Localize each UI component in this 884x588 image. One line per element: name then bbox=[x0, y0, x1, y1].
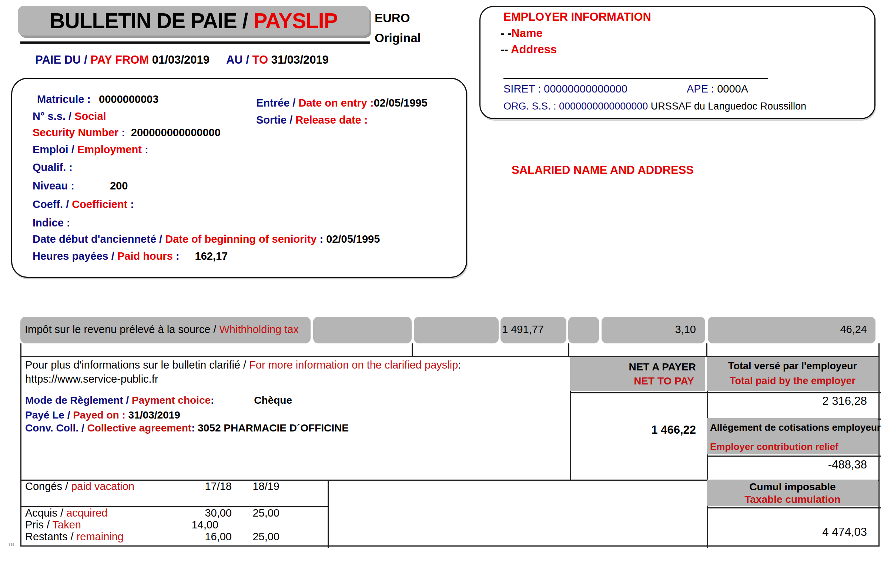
relief-label-en: Employer contribution relief bbox=[710, 442, 839, 452]
matricule-row: Matricule : 0000000003 bbox=[37, 94, 158, 105]
employer-total-label-fr: Total versé par l'employeur bbox=[707, 361, 878, 371]
release-date-row: Sortie / Release date : bbox=[256, 115, 368, 126]
vacation-row-remaining: Restants / remaining bbox=[25, 531, 124, 542]
taxable-cell-underline bbox=[707, 507, 881, 508]
ssn-value: 200000000000000 bbox=[131, 126, 221, 138]
currency-label: EURO bbox=[375, 12, 410, 24]
employer-address-row: -- Address bbox=[500, 44, 557, 55]
acquired-value-2: 25,00 bbox=[233, 508, 279, 518]
employer-total-value: 2 316,28 bbox=[707, 395, 867, 406]
net-to-pay-label: NET TO PAY bbox=[570, 376, 694, 386]
seniority-value: 02/05/1995 bbox=[326, 233, 380, 245]
employer-divider bbox=[503, 78, 768, 79]
employer-heading: EMPLOYER INFORMATION bbox=[503, 11, 651, 22]
entry-date-row: Entrée / Date on entry :02/05/1995 bbox=[256, 98, 428, 108]
tax-rate-value: 3,10 bbox=[602, 324, 696, 335]
copy-type-label: Original bbox=[375, 32, 421, 44]
orgss-organization: URSSAF du Languedoc Roussillon bbox=[651, 100, 806, 112]
paid-on-row: Payé Le / Payed on : 31/03/2019 bbox=[25, 410, 180, 420]
niveau-value: 200 bbox=[110, 180, 128, 192]
employer-total-label-en: Total paid by the employer bbox=[707, 376, 878, 386]
siret-value: 00000000000000 bbox=[544, 83, 627, 95]
matricule-label: Matricule : bbox=[37, 93, 91, 105]
title-fr: BULLETIN DE PAIE / bbox=[50, 9, 253, 33]
relief-value: -488,38 bbox=[707, 459, 867, 470]
payment-choice-value: Chèque bbox=[254, 394, 292, 406]
vacation-row-taken: Pris / Taken bbox=[25, 519, 81, 530]
collective-agreement-value: 3052 PHARMACIE D´OFFICINE bbox=[198, 422, 349, 434]
tax-base-value: 1 491,77 bbox=[502, 324, 544, 335]
net-a-payer-label: NET A PAYER bbox=[570, 362, 696, 372]
pay-period-line: PAIE DU / PAY FROM 01/03/2019AU / TO 31/… bbox=[35, 54, 329, 66]
taken-value-1: 14,00 bbox=[174, 519, 218, 530]
payment-choice-row: Mode de Règlement / Payment choice:Chèqu… bbox=[25, 395, 292, 406]
ape-value: 0000A bbox=[717, 83, 748, 95]
tax-empty-cell-3 bbox=[568, 317, 599, 344]
strip-line-3 bbox=[706, 344, 707, 356]
payslip-document: BULLETIN DE PAIE / PAYSLIP EURO Original… bbox=[0, 0, 884, 588]
page-title: BULLETIN DE PAIE / PAYSLIP bbox=[50, 9, 337, 33]
paid-on-value: 31/03/2019 bbox=[128, 409, 180, 421]
title-en: PAYSLIP bbox=[253, 9, 337, 33]
paid-hours-value: 162,17 bbox=[195, 250, 228, 262]
clarified-info-line: Pour plus d'informations sur le bulletin… bbox=[25, 360, 461, 370]
taxable-label-en: Taxable cumulation bbox=[707, 494, 878, 505]
ssn-row-line1: N° s.s. / Social bbox=[33, 111, 106, 122]
tax-amount-value: 46,24 bbox=[708, 324, 867, 335]
service-public-link[interactable]: https://www.service-public.fr bbox=[25, 374, 158, 384]
matricule-value: 0000000003 bbox=[99, 93, 158, 105]
collective-agreement-row: Conv. Coll. / Collective agreement: 3052… bbox=[25, 423, 349, 434]
au-label: AU bbox=[226, 53, 243, 66]
employer-name-row: - -Name bbox=[500, 27, 543, 39]
strip-border-right bbox=[878, 344, 879, 356]
coefficient-row: Coeff. / Coefficient : bbox=[33, 199, 134, 210]
acquired-value-1: 30,00 bbox=[185, 508, 232, 518]
vacation-col1-header: 17/18 bbox=[185, 481, 232, 492]
payslip-title-banner: BULLETIN DE PAIE / PAYSLIP bbox=[18, 6, 369, 36]
remaining-value-1: 16,00 bbox=[185, 531, 232, 542]
tax-row-label: Impôt sur le revenu prélevé à la source … bbox=[25, 324, 299, 335]
pay-from-date: 01/03/2019 bbox=[149, 53, 210, 66]
vacation-table-right-border bbox=[328, 480, 329, 548]
strip-border-left bbox=[20, 344, 21, 356]
taxable-value: 4 474,03 bbox=[707, 526, 867, 538]
corner-artifact bbox=[9, 543, 14, 546]
paid-hours-row: Heures payées / Paid hours :162,17 bbox=[33, 251, 228, 262]
vacation-header: Congés / paid vacation bbox=[25, 481, 134, 492]
strip-line-2 bbox=[568, 344, 569, 356]
ssn-row-line2: Security Number : 200000000000000 bbox=[33, 127, 221, 138]
net-to-pay-value: 1 466,22 bbox=[570, 424, 696, 435]
remaining-value-2: 25,00 bbox=[233, 531, 279, 542]
pay-from-label: PAY FROM bbox=[90, 53, 149, 66]
orgss-row: ORG. S.S. : 0000000000000000 URSSAF du L… bbox=[503, 101, 806, 111]
tax-empty-cell-2 bbox=[414, 317, 499, 344]
to-date: 31/03/2019 bbox=[268, 53, 329, 66]
seniority-row: Date début d'ancienneté / Date of beginn… bbox=[33, 234, 380, 244]
vacation-row-acquired: Acquis / acquired bbox=[25, 508, 107, 518]
entry-date-value: 02/05/1995 bbox=[374, 97, 427, 109]
taxable-label-fr: Cumul imposable bbox=[707, 482, 878, 492]
employment-row: Emploi / Employment : bbox=[33, 144, 149, 155]
salaried-name-heading: SALARIED NAME AND ADDRESS bbox=[512, 164, 694, 176]
vacation-col2-header: 18/19 bbox=[233, 481, 279, 492]
qualif-row: Qualif. : bbox=[33, 162, 72, 173]
ape-row: APE : 0000A bbox=[687, 84, 748, 94]
siret-row: SIRET : 00000000000000 bbox=[503, 84, 627, 94]
niveau-row: Niveau : 200 bbox=[33, 181, 128, 191]
title-underline bbox=[20, 42, 370, 44]
tax-empty-cell-1 bbox=[313, 317, 412, 344]
relief-label-fr: Allègement de cotisations employeur bbox=[710, 423, 881, 432]
orgss-value: 0000000000000000 bbox=[559, 100, 651, 112]
paie-du-label: PAIE DU bbox=[35, 53, 81, 66]
header-row-underline bbox=[570, 392, 881, 393]
strip-line-1 bbox=[412, 344, 413, 356]
to-label: TO bbox=[252, 53, 269, 66]
relief-cell-underline bbox=[707, 456, 881, 457]
indice-row: Indice : bbox=[33, 218, 71, 228]
